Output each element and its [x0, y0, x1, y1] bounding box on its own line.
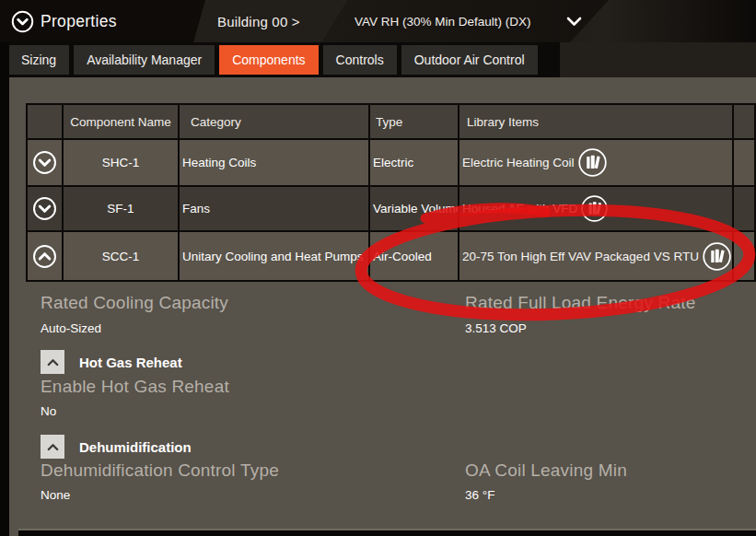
chevron-down-circle-icon [32, 150, 57, 175]
library-item-label: 20-75 Ton High Eff VAV Packaged VS RTU [462, 250, 699, 263]
system-selector-panel: VAV RH (30% Min Default) (DX) [321, 0, 609, 42]
table-row: SHC-1 Heating Coils Electric Electric He… [28, 140, 756, 187]
title-bar: Building 00 > VAV RH (30% Min Default) (… [0, 0, 756, 42]
table-row: SF-1 Fans Variable Volume Housed AF with… [28, 187, 756, 232]
chevron-up-icon [47, 358, 59, 367]
col-header-component-name: Component Name [64, 105, 180, 140]
cell-library-item: Electric Heating Coil [459, 140, 734, 187]
rated-full-load-energy-rate-label: Rated Full Load Energy Rate [465, 293, 695, 313]
cell-type: Variable Volume [370, 187, 459, 232]
table-row-selected: SCC-1 Unitary Cooling and Heat Pumps Air… [28, 232, 756, 280]
properties-collapse-icon[interactable] [11, 10, 34, 33]
cell-category: Fans [180, 187, 370, 232]
rated-cooling-capacity-value[interactable]: Auto-Sized [41, 321, 101, 335]
cell-component-name: SF-1 [64, 187, 180, 232]
cell-end-spacer [734, 232, 756, 280]
chevron-down-icon [566, 17, 582, 27]
tab-controls[interactable]: Controls [323, 45, 397, 75]
row-collapse-button[interactable] [28, 232, 64, 280]
components-panel: Component Name Category Type Library Ite… [9, 77, 756, 536]
rated-cooling-capacity-label: Rated Cooling Capacity [41, 293, 228, 313]
header-end-spacer [734, 105, 756, 140]
tab-outdoor-air-control[interactable]: Outdoor Air Control [401, 45, 538, 75]
oa-coil-leaving-min-label: OA Coil Leaving Min [465, 460, 627, 481]
chevron-up-icon [47, 443, 59, 451]
system-selector-dropdown[interactable]: VAV RH (30% Min Default) (DX) [355, 0, 582, 42]
cell-type: Electric [370, 140, 459, 187]
left-edge-strip [0, 42, 9, 536]
page-title: Properties [41, 12, 117, 31]
row-expander-button[interactable] [28, 140, 64, 187]
tab-availability-manager[interactable]: Availability Manager [74, 45, 215, 75]
cell-category: Heating Coils [180, 140, 370, 187]
cell-component-name: SHC-1 [64, 140, 180, 187]
header-expander-spacer [28, 105, 64, 140]
system-selector-label: VAV RH (30% Min Default) (DX) [355, 15, 531, 29]
library-books-icon[interactable] [577, 147, 608, 178]
enable-hot-gas-reheat-label: Enable Hot Gas Reheat [41, 377, 229, 397]
breadcrumb[interactable]: Building 00 > [217, 0, 300, 42]
hot-gas-reheat-collapse-button[interactable] [41, 350, 64, 374]
cell-library-item: 20-75 Ton High Eff VAV Packaged VS RTU [459, 232, 734, 280]
cell-component-name: SCC-1 [64, 232, 180, 280]
chevron-down-circle-icon [32, 196, 57, 221]
col-header-category: Category [180, 105, 370, 140]
rated-full-load-energy-rate-value[interactable]: 3.513 COP [465, 321, 527, 335]
tab-sizing[interactable]: Sizing [8, 45, 69, 75]
tab-components[interactable]: Components [219, 45, 318, 75]
col-header-library-items: Library Items [459, 105, 734, 140]
dehumidification-section-header: Dehumidification [41, 435, 192, 459]
library-books-icon[interactable] [702, 240, 732, 273]
chevron-up-circle-icon [32, 244, 57, 269]
components-table: Component Name Category Type Library Ite… [26, 103, 756, 282]
cell-end-spacer [734, 187, 756, 232]
dehumidification-control-type-label: Dehumidification Control Type [41, 460, 279, 481]
bottom-edge-strip [18, 529, 756, 536]
row-expander-button[interactable] [28, 187, 64, 232]
cell-library-item: Housed AF with VFD [459, 187, 734, 232]
breadcrumb-panel: Building 00 > [193, 0, 348, 42]
breadcrumb-label: Building 00 > [217, 14, 300, 29]
dehumidification-control-type-value[interactable]: None [41, 488, 70, 502]
cell-type: Air-Cooled [370, 232, 459, 280]
oa-coil-leaving-min-value[interactable]: 36 °F [465, 488, 494, 502]
enable-hot-gas-reheat-value[interactable]: No [41, 404, 56, 418]
cell-end-spacer [734, 140, 756, 187]
dehumidification-section-title: Dehumidification [79, 439, 192, 455]
library-item-label: Housed AF with VFD [462, 202, 577, 216]
hot-gas-reheat-section-title: Hot Gas Reheat [79, 355, 182, 370]
cell-category: Unitary Cooling and Heat Pumps [180, 232, 370, 280]
table-header-row: Component Name Category Type Library Ite… [28, 105, 756, 140]
col-header-type: Type [370, 105, 459, 140]
dehumidification-collapse-button[interactable] [41, 435, 64, 459]
library-books-icon[interactable] [580, 194, 609, 223]
tab-bar: Sizing Availability Manager Components C… [0, 42, 756, 77]
hot-gas-reheat-section-header: Hot Gas Reheat [41, 350, 182, 374]
library-item-label: Electric Heating Coil [462, 156, 575, 169]
